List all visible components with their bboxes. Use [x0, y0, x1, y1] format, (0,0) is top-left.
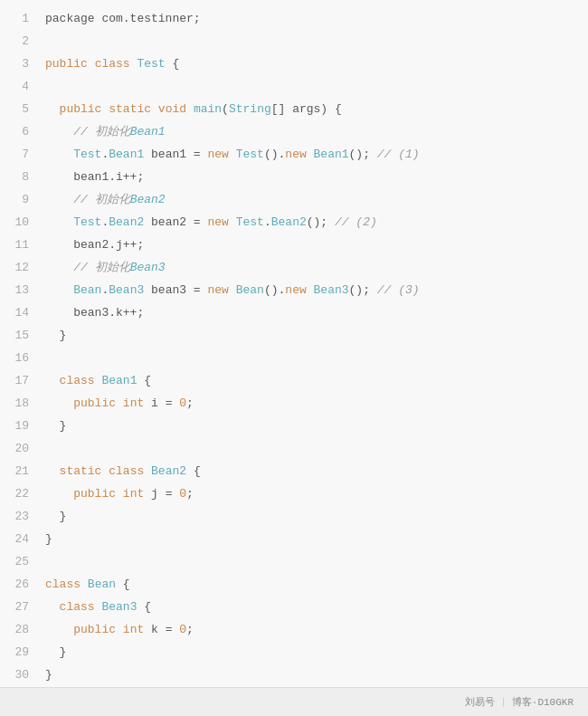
token-plain: bean3 = [144, 279, 207, 301]
line-number: 9 [7, 188, 29, 211]
code-line: // 初始化Bean3 [45, 256, 579, 279]
code-line: public class Test { [45, 53, 579, 75]
code-line: Test.Bean1 bean1 = new Test().new Bean1(… [45, 143, 579, 166]
token-num: 0 [179, 392, 186, 415]
token-cn: Bean3 [101, 596, 137, 618]
code-line: // 初始化Bean2 [45, 188, 579, 211]
line-number: 17 [7, 369, 29, 392]
token-cn: Bean [88, 573, 116, 596]
token-cn: Test [236, 211, 264, 234]
line-number: 27 [7, 596, 29, 618]
line-number: 23 [7, 505, 29, 528]
token-kw: public [73, 482, 116, 505]
code-line: } [45, 415, 579, 437]
code-line: public int k = 0; [45, 618, 579, 641]
token-plain: bean1.i++; [45, 166, 144, 188]
token-plain: } [45, 324, 66, 347]
code-line [45, 75, 579, 98]
code-line [45, 437, 579, 460]
token-plain: . [101, 143, 109, 166]
token-kw: class [60, 596, 95, 618]
code-line: public static void main(String[] args) { [45, 98, 579, 120]
line-number: 24 [7, 528, 29, 550]
token-plain [101, 98, 109, 120]
token-plain: ( [222, 98, 229, 120]
token-plain [45, 143, 73, 166]
code-line: static class Bean2 { [45, 460, 579, 482]
token-plain [45, 482, 73, 505]
token-plain [130, 53, 138, 75]
line-numbers: 1234567891011121314151617181920212223242… [0, 7, 36, 680]
line-number: 5 [7, 98, 29, 120]
token-plain: bean1 = [144, 143, 207, 166]
token-plain: { [137, 596, 151, 618]
line-number: 18 [7, 392, 29, 415]
token-plain: package com.testinner; [45, 7, 201, 30]
token-plain: [] args) { [271, 98, 342, 120]
token-plain [229, 211, 236, 234]
token-kw: new [285, 143, 306, 166]
token-kw: int [123, 392, 144, 415]
line-number: 10 [7, 211, 29, 234]
code-line: bean3.k++; [45, 301, 579, 324]
code-line: class Bean { [45, 573, 579, 596]
code-line: public int i = 0; [45, 392, 579, 415]
token-plain: . [264, 211, 271, 234]
token-cn: Bean [73, 279, 101, 301]
line-number: 11 [7, 234, 29, 256]
code-lines: package com.testinner; public class Test… [36, 7, 588, 680]
footer: 刘易号 | 博客·D10GKR [0, 687, 588, 716]
token-kw: new [285, 279, 306, 301]
line-number: 29 [7, 641, 29, 663]
line-number: 22 [7, 482, 29, 505]
token-plain: bean2 = [144, 211, 207, 234]
line-number: 3 [7, 53, 29, 75]
token-plain [95, 596, 102, 618]
token-plain: (); [349, 143, 377, 166]
token-cn: Bean3 [314, 279, 349, 301]
code-line: class Bean3 { [45, 596, 579, 618]
token-plain: (); [307, 211, 335, 234]
token-cm-cn: Bean1 [130, 120, 166, 143]
code-line: bean1.i++; [45, 166, 579, 188]
token-plain: { [186, 460, 201, 482]
token-plain: bean2.j++; [45, 234, 144, 256]
token-cn: Bean1 [109, 143, 144, 166]
footer-brand: 博客·D10GKR [512, 695, 574, 709]
code-container: 1234567891011121314151617181920212223242… [0, 0, 588, 716]
token-plain: (). [264, 143, 285, 166]
line-number: 8 [7, 166, 29, 188]
token-cn: Test [236, 143, 264, 166]
token-cm: // 初始化 [73, 256, 129, 279]
token-cm-cn: Bean2 [130, 188, 166, 211]
line-number: 13 [7, 279, 29, 301]
line-number: 4 [7, 75, 29, 98]
token-num: 0 [179, 618, 186, 641]
token-plain [45, 369, 60, 392]
token-plain: } [45, 663, 52, 686]
token-plain [116, 618, 123, 641]
token-plain [45, 120, 73, 143]
token-cn: Test [73, 211, 101, 234]
token-plain [88, 53, 95, 75]
token-plain [45, 618, 73, 641]
line-number: 6 [7, 120, 29, 143]
token-plain [45, 279, 73, 301]
token-plain: i = [144, 392, 179, 415]
token-cn: Bean2 [109, 211, 144, 234]
token-plain [144, 460, 151, 482]
footer-divider: | [500, 697, 507, 708]
token-plain [45, 211, 73, 234]
code-line: Test.Bean2 bean2 = new Test.Bean2(); // … [45, 211, 579, 234]
token-plain: k = [144, 618, 179, 641]
token-cn: Bean1 [314, 143, 349, 166]
code-line [45, 30, 579, 53]
code-line [45, 550, 579, 573]
token-plain [101, 460, 109, 482]
line-number: 15 [7, 324, 29, 347]
token-plain [45, 460, 60, 482]
token-plain: { [166, 53, 180, 75]
token-cn: Test [73, 143, 101, 166]
token-kw: new [207, 211, 228, 234]
token-kw: int [123, 482, 144, 505]
